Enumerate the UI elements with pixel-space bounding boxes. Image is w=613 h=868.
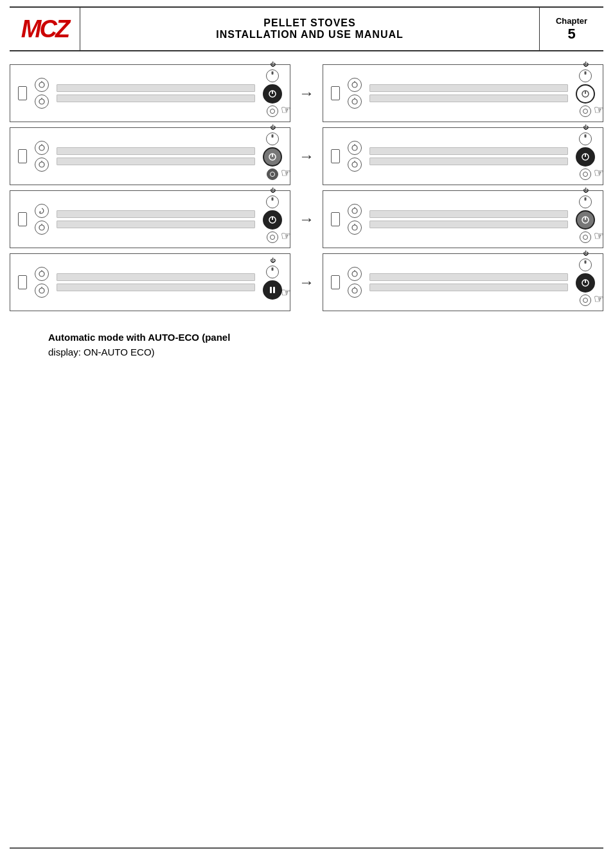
panel-row3-left: ⏻ ☞: [10, 190, 290, 248]
badge-r4l: ⏻: [270, 258, 275, 264]
svg-point-14: [39, 145, 44, 150]
svg-point-20: [271, 172, 275, 177]
power-btn-r1l[interactable]: [263, 84, 282, 104]
display-r3l: [57, 210, 255, 228]
hand-r1r: ☞: [594, 103, 604, 117]
ctrl-bot-r1r: [348, 95, 362, 109]
small-ctrl-r2r: [580, 168, 591, 180]
knob-top-r1l: [266, 69, 279, 82]
left-controls-r3l: [35, 204, 49, 235]
caption-normal: display: ON-AUTO ECO): [48, 347, 155, 357]
right-controls-r3l: ⏻ ☞: [263, 195, 282, 243]
svg-point-27: [583, 172, 588, 177]
badge-r1r: ⏻: [583, 62, 588, 68]
hand-r4l: ☞: [281, 285, 291, 300]
hand-r4r: ☞: [594, 292, 604, 306]
indicator-r3r: [331, 212, 340, 226]
left-controls-r2r: [348, 141, 362, 172]
bar-top-r3r: [369, 210, 568, 218]
ctrl-top-r2l: [35, 141, 49, 155]
badge-r2l: ⏻: [270, 125, 275, 131]
display-r1l: [57, 84, 255, 102]
panel-row4-right: ⏻ ☞: [323, 253, 603, 311]
right-controls-r1l: ⏻ ☞: [263, 69, 282, 117]
arrow-r3: →: [290, 190, 323, 248]
small-ctrl-r2l: [267, 168, 278, 180]
ctrl-top-r2r: [348, 141, 362, 155]
badge-r4r: ⏻: [583, 251, 588, 257]
arrow-r1: →: [290, 64, 323, 122]
right-controls-r2l: ⏻ ☞: [263, 132, 282, 180]
panel-row1-right: ⏻ ☞: [323, 64, 603, 122]
ctrl-top-r3r: [348, 204, 362, 218]
logo-area: MCZ: [10, 8, 80, 50]
svg-point-40: [39, 271, 44, 276]
badge-r1l: ⏻: [270, 62, 275, 68]
badge-r3l: ⏻: [270, 188, 275, 194]
left-controls-r3r: [348, 204, 362, 235]
power-btn-r4l[interactable]: [263, 280, 282, 300]
knob-top-r3r: [579, 195, 592, 208]
title-line1: PELLET STOVES: [263, 17, 355, 29]
display-r2r: [369, 147, 568, 165]
svg-point-0: [39, 82, 44, 87]
display-r2l: [57, 147, 255, 165]
bar-top-r2l: [57, 147, 255, 155]
arrow-r4: →: [290, 253, 323, 311]
power-btn-r2r[interactable]: [576, 147, 595, 167]
knob-top-r4r: [579, 258, 592, 271]
power-btn-r3l[interactable]: [263, 210, 282, 230]
svg-point-42: [39, 288, 44, 293]
left-controls-r4l: [35, 267, 49, 298]
bar-top-r4r: [369, 273, 568, 281]
svg-point-39: [583, 235, 588, 240]
bar-bot-r1r: [369, 95, 568, 102]
power-btn-r4r[interactable]: [576, 273, 595, 293]
indicator-r1r: [331, 86, 340, 100]
panel-row4-left: ⏻ ☞: [10, 253, 290, 311]
caption-block: Automatic mode with AUTO-ECO (panel disp…: [10, 330, 254, 359]
chapter-label: Chapter: [556, 16, 587, 26]
hand-r3r: ☞: [594, 229, 604, 243]
panel-row1-left: ⏻ ☞: [10, 64, 290, 122]
indicator-r1l: [18, 86, 27, 100]
footer-divider: [10, 847, 603, 849]
right-controls-r3r: ⏻ ☞: [576, 195, 595, 243]
indicator-r3l: [18, 212, 27, 226]
svg-point-23: [352, 162, 357, 167]
hand-r1l: ☞: [281, 103, 291, 117]
display-r3r: [369, 210, 568, 228]
bar-bot-r1l: [57, 95, 255, 102]
bar-bot-r2r: [369, 158, 568, 165]
indicator-r2l: [18, 149, 27, 163]
bar-top-r3l: [57, 210, 255, 218]
right-controls-r4r: ⏻ ☞: [576, 258, 595, 306]
svg-point-16: [39, 162, 44, 167]
badge-r3r: ⏻: [583, 188, 588, 194]
indicator-r2r: [331, 149, 340, 163]
small-ctrl-r1r: [580, 105, 591, 117]
power-btn-r3r[interactable]: [576, 210, 595, 230]
svg-point-28: [39, 225, 44, 230]
display-r1r: [369, 84, 568, 102]
svg-point-33: [352, 208, 357, 213]
right-controls-r4l: ⏻ ☞: [263, 266, 282, 300]
right-controls-r1r: ⏻ ☞: [576, 69, 595, 117]
svg-point-6: [271, 109, 275, 114]
ctrl-top-r4l: [35, 267, 49, 281]
ctrl-bot-r4r: [348, 284, 362, 298]
ctrl-bot-r1l: [35, 95, 49, 109]
page-header: MCZ PELLET STOVES INSTALLATION AND USE M…: [10, 6, 603, 51]
indicator-r4l: [18, 275, 27, 289]
left-controls-r1r: [348, 78, 362, 109]
power-btn-r1r[interactable]: [576, 84, 595, 104]
power-btn-r2l[interactable]: [263, 147, 282, 167]
left-controls-r2l: [35, 141, 49, 172]
bar-bot-r2l: [57, 158, 255, 165]
knob-top-r2l: [266, 132, 279, 145]
svg-point-2: [39, 99, 44, 104]
bar-top-r2r: [369, 147, 568, 155]
chapter-number: 5: [567, 26, 575, 42]
knob-top-r4l: [266, 266, 279, 278]
hand-r2l: ☞: [281, 166, 291, 180]
